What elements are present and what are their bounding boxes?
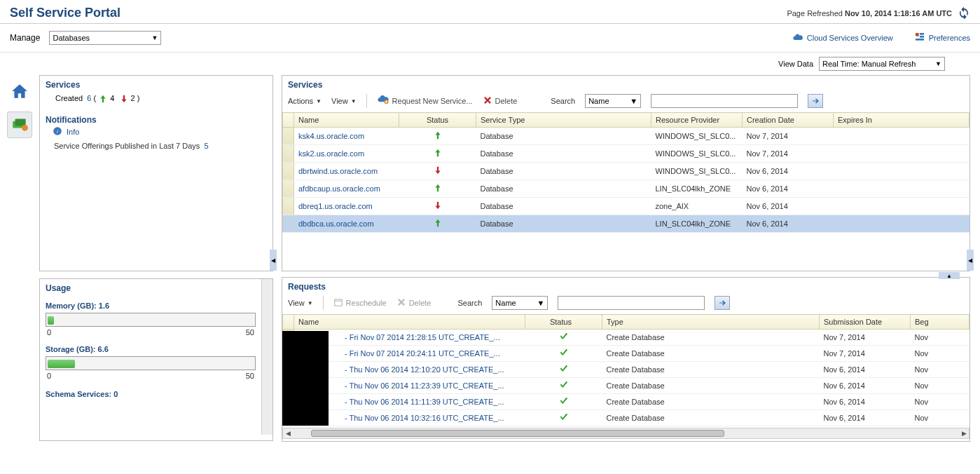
row-indicator [283, 180, 294, 198]
database-icon[interactable] [7, 111, 32, 138]
cell-expires [834, 180, 969, 198]
cell-type: Create Database [602, 330, 820, 346]
home-icon[interactable] [11, 82, 29, 102]
svg-rect-2 [920, 36, 924, 38]
scrollbar-thumb[interactable] [311, 430, 724, 437]
col-expires[interactable]: Expires In [834, 113, 969, 128]
check-icon [558, 351, 570, 359]
cell-status [399, 128, 476, 145]
request-service-button[interactable]: Request New Service... [377, 95, 473, 107]
services-summary: Created 6 ( 4 2 ) [40, 91, 272, 111]
chevron-down-icon: ▼ [308, 300, 313, 306]
axis-min: 0 [47, 328, 51, 337]
cell-name[interactable]: - Thu Nov 06 2014 12:10:20 UTC_CREATE_..… [294, 362, 525, 378]
cell-name[interactable]: afdbcaup.us.oracle.com [294, 180, 399, 198]
arrow-down-icon [119, 94, 129, 102]
search-field-select[interactable]: Name▼ [585, 94, 641, 108]
memory-gauge [46, 313, 256, 327]
cell-subdate: Nov 6, 2014 [820, 410, 911, 426]
search-input[interactable] [558, 296, 705, 310]
viewdata-select[interactable]: Real Time: Manual Refresh ▼ [819, 57, 945, 71]
notif-text-label: Service Offerings Published in Last 7 Da… [54, 142, 200, 150]
scrollbar-horizontal[interactable]: ◀ ▶ [282, 428, 969, 439]
col-name[interactable]: Name [294, 113, 399, 128]
cloud-services-link[interactable]: Cloud Services Overview [792, 32, 893, 44]
table-row[interactable]: - Thu Nov 06 2014 12:10:20 UTC_CREATE_..… [283, 362, 969, 378]
search-go-button[interactable] [715, 296, 730, 310]
table-row[interactable]: - Thu Nov 06 2014 11:11:39 UTC_CREATE_..… [283, 394, 969, 410]
cell-status [399, 215, 476, 233]
cell-name[interactable]: - Thu Nov 06 2014 11:11:39 UTC_CREATE_..… [294, 394, 525, 410]
col-subdate[interactable]: Submission Date [820, 315, 911, 330]
cell-begin: Nov [911, 394, 969, 410]
search-input[interactable] [651, 94, 798, 108]
cell-name[interactable]: - Thu Nov 06 2014 10:32:16 UTC_CREATE_..… [294, 410, 525, 426]
axis-max: 50 [246, 328, 254, 337]
axis-max: 50 [246, 372, 254, 380]
cell-name[interactable]: dbdbca.us.oracle.com [294, 215, 399, 233]
cell-name[interactable]: dbrtwind.us.oracle.com [294, 163, 399, 180]
view-menu[interactable]: View ▼ [288, 299, 313, 307]
col-cdate[interactable]: Creation Date [743, 113, 834, 128]
collapse-handle[interactable]: ◀ [967, 250, 974, 271]
cell-name[interactable]: ksk2.us.oracle.com [294, 145, 399, 163]
manage-select[interactable]: Databases ▼ [49, 31, 161, 45]
table-row[interactable]: - Fri Nov 07 2014 21:28:15 UTC_CREATE_..… [283, 330, 969, 346]
info-icon: i [53, 126, 62, 137]
icon-rail [0, 75, 39, 442]
row-indicator [283, 145, 294, 163]
actions-menu[interactable]: Actions ▼ [288, 97, 322, 105]
col-name[interactable]: Name [294, 315, 525, 330]
redacted-block [282, 331, 329, 426]
table-row[interactable]: dbreq1.us.oracle.comDatabasezone_AIXNov … [283, 198, 969, 215]
arrow-up-icon [433, 187, 443, 195]
col-begin[interactable]: Beg [911, 315, 969, 330]
check-icon [558, 367, 570, 375]
cell-type: Database [476, 128, 651, 145]
table-row[interactable]: - Thu Nov 06 2014 11:23:39 UTC_CREATE_..… [283, 378, 969, 394]
cell-name[interactable]: dbreq1.us.oracle.com [294, 198, 399, 215]
cell-name[interactable]: - Fri Nov 07 2014 20:24:11 UTC_CREATE_..… [294, 346, 525, 362]
page-title: Self Service Portal [10, 6, 120, 20]
scroll-right-icon[interactable]: ▶ [959, 428, 969, 438]
info-row[interactable]: i Info [53, 126, 267, 137]
col-status[interactable]: Status [399, 113, 476, 128]
refresh-icon[interactable] [958, 6, 970, 20]
col-type[interactable]: Type [602, 315, 820, 330]
scroll-left-icon[interactable]: ◀ [283, 428, 293, 438]
requests-toolbar: View ▼ Reschedule Delete Search Name▼ [282, 293, 969, 314]
check-icon [558, 399, 570, 407]
cell-status [399, 163, 476, 180]
collapse-handle[interactable]: ◀ [270, 250, 277, 271]
table-row[interactable]: - Fri Nov 07 2014 20:24:11 UTC_CREATE_..… [283, 346, 969, 362]
table-row[interactable]: ksk2.us.oracle.comDatabaseWINDOWS_SI_SLC… [283, 145, 969, 163]
table-row[interactable]: dbrtwind.us.oracle.comDatabaseWINDOWS_SI… [283, 163, 969, 180]
cell-name[interactable]: ksk4.us.oracle.com [294, 128, 399, 145]
cell-name[interactable]: - Thu Nov 06 2014 11:23:39 UTC_CREATE_..… [294, 378, 525, 394]
delete-button[interactable]: Delete [483, 95, 518, 107]
viewdata-row: View Data Real Time: Manual Refresh ▼ [0, 53, 980, 75]
preferences-icon [914, 32, 925, 44]
view-menu[interactable]: View ▼ [331, 97, 357, 105]
preferences-link[interactable]: Preferences [914, 32, 970, 44]
col-status[interactable]: Status [525, 315, 602, 330]
table-row[interactable]: dbdbca.us.oracle.comDatabaseLIN_SLC04lkh… [283, 215, 969, 233]
cell-begin: Nov [911, 330, 969, 346]
search-go-button[interactable] [808, 94, 823, 108]
cell-expires [834, 145, 969, 163]
cell-status [525, 362, 602, 378]
scrollbar-vertical[interactable] [261, 279, 272, 435]
chevron-down-icon: ▼ [630, 97, 637, 105]
manage-select-value: Databases [53, 34, 90, 42]
storage-gauge [46, 356, 256, 370]
table-row[interactable]: ksk4.us.oracle.comDatabaseWINDOWS_SI_SLC… [283, 128, 969, 145]
collapse-handle-top[interactable]: ▲ [939, 272, 960, 279]
storage-label: Storage (GB): 6.6 [46, 345, 256, 353]
col-type[interactable]: Service Type [476, 113, 651, 128]
cell-name[interactable]: - Fri Nov 07 2014 21:28:15 UTC_CREATE_..… [294, 330, 525, 346]
col-provider[interactable]: Resource Provider [651, 113, 743, 128]
table-row[interactable]: afdbcaup.us.oracle.comDatabaseLIN_SLC04l… [283, 180, 969, 198]
cell-type: Create Database [602, 346, 820, 362]
table-row[interactable]: - Thu Nov 06 2014 10:32:16 UTC_CREATE_..… [283, 410, 969, 426]
search-field-select[interactable]: Name▼ [492, 296, 548, 310]
